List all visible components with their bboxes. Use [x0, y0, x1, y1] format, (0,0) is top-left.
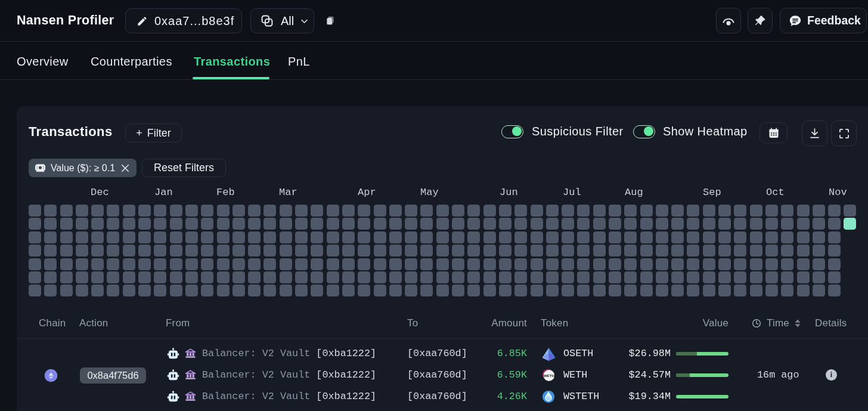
svg-text:WETH: WETH [544, 373, 555, 378]
